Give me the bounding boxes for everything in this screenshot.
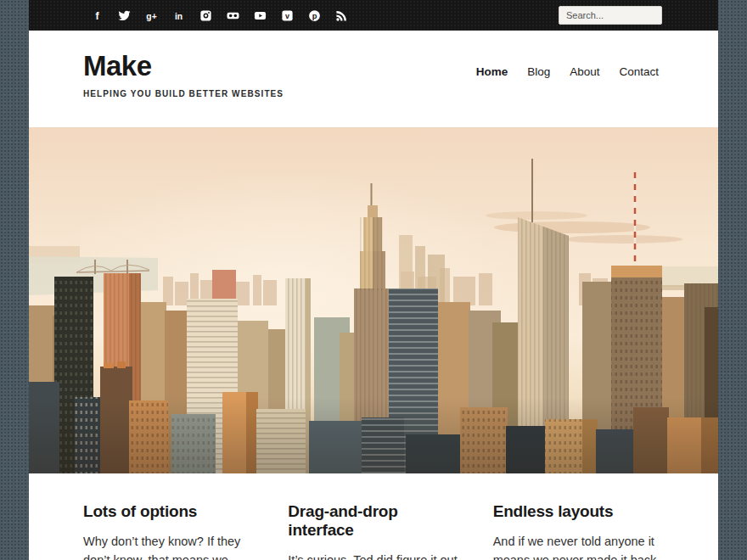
column-endless-layouts: Endless layouts And if we never told any… xyxy=(493,502,664,560)
social-link-twitter[interactable] xyxy=(110,0,138,31)
social-link-vimeo[interactable]: v xyxy=(273,0,300,31)
topbar: f g+ in xyxy=(29,0,718,31)
youtube-icon xyxy=(254,9,267,22)
social-link-instagram[interactable] xyxy=(192,0,219,31)
svg-text:in: in xyxy=(174,11,182,20)
rss-icon xyxy=(335,9,348,22)
google-plus-icon: g+ xyxy=(145,9,158,22)
social-icon-bar: f g+ in xyxy=(83,0,355,31)
nav-item-contact[interactable]: Contact xyxy=(615,65,662,78)
social-link-flickr[interactable] xyxy=(219,0,246,31)
social-link-linkedin[interactable]: in xyxy=(165,0,192,31)
svg-text:p: p xyxy=(312,11,317,20)
main-nav: Home Blog About Contact xyxy=(473,65,662,78)
svg-text:v: v xyxy=(285,11,289,20)
social-link-google-plus[interactable]: g+ xyxy=(138,0,165,31)
social-link-pinterest[interactable]: p xyxy=(300,0,328,31)
column-body: And if we never told anyone it means we … xyxy=(493,532,664,560)
vimeo-icon: v xyxy=(281,9,294,22)
site-tagline: HELPING YOU BUILD BETTER WEBSITES xyxy=(83,89,284,98)
column-heading: Lots of options xyxy=(83,502,254,521)
nav-item-blog[interactable]: Blog xyxy=(524,65,553,78)
content-columns: Lots of options Why don’t they know? If … xyxy=(29,473,718,560)
column-heading: Endless layouts xyxy=(493,502,664,521)
column-body: It’s curious. Ted did figure it out – ti… xyxy=(288,551,458,560)
search-input[interactable] xyxy=(559,6,662,25)
city-skyline-image xyxy=(29,127,718,473)
nav-item-about[interactable]: About xyxy=(566,65,603,78)
nav-item-home[interactable]: Home xyxy=(473,65,512,78)
pinterest-icon: p xyxy=(308,9,321,22)
site-header: Make HELPING YOU BUILD BETTER WEBSITES H… xyxy=(29,31,718,127)
branding: Make HELPING YOU BUILD BETTER WEBSITES xyxy=(83,52,284,98)
hero-image xyxy=(29,127,718,473)
column-heading: Drag-and-drop interface xyxy=(288,502,458,540)
column-drag-and-drop: Drag-and-drop interface It’s curious. Te… xyxy=(288,502,458,560)
instagram-icon xyxy=(199,9,212,22)
social-link-youtube[interactable] xyxy=(246,0,273,31)
facebook-icon: f xyxy=(91,9,104,22)
site-page: f g+ in xyxy=(29,0,718,560)
site-title[interactable]: Make xyxy=(83,52,284,80)
column-lots-of-options: Lots of options Why don’t they know? If … xyxy=(83,502,254,560)
column-body: Why don’t they know? If they don’t know,… xyxy=(83,532,254,560)
social-link-facebook[interactable]: f xyxy=(83,0,110,31)
social-link-rss[interactable] xyxy=(328,0,355,31)
search-form xyxy=(559,6,662,25)
linkedin-icon: in xyxy=(172,9,185,22)
svg-text:g+: g+ xyxy=(146,11,156,20)
flickr-icon xyxy=(227,9,239,22)
svg-text:f: f xyxy=(95,10,99,22)
twitter-icon xyxy=(118,9,131,22)
